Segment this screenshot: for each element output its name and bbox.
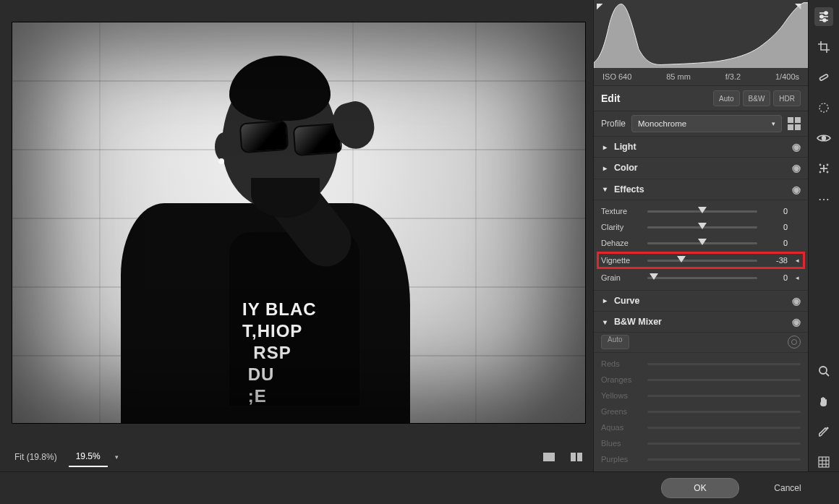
canvas-wrap: IY BLAC T,HIOP RSP DU ;E: [9, 9, 589, 437]
redeye-tool-icon[interactable]: [814, 129, 833, 148]
slider-clarity[interactable]: Clarity 0: [601, 219, 801, 235]
exif-row: ISO 640 85 mm f/3.2 1/400s: [594, 68, 808, 85]
eye-icon[interactable]: ◉: [792, 141, 801, 153]
chevron-right-icon: ▸: [601, 143, 608, 151]
tool-strip: ⋯: [808, 0, 839, 471]
photo-subject: IY BLAC T,HIOP RSP DU ;E: [99, 51, 403, 423]
svg-line-19: [826, 373, 829, 376]
viewer-column: IY BLAC T,HIOP RSP DU ;E Fit (19.8%) 19.…: [0, 0, 593, 471]
slider-thumb: [698, 207, 707, 213]
slider-greens[interactable]: Greens: [601, 403, 801, 419]
more-tools-icon[interactable]: ⋯: [814, 189, 833, 208]
ok-button[interactable]: OK: [661, 478, 739, 498]
effects-sliders: Texture 0 Clarity 0 Dehaze 0: [594, 200, 808, 291]
section-bwmixer[interactable]: ▾ B&W Mixer ◉: [594, 312, 808, 333]
eye-icon[interactable]: ◉: [792, 184, 801, 195]
svg-point-10: [819, 103, 828, 112]
heal-tool-icon[interactable]: [814, 68, 833, 87]
section-effects-label: Effects: [614, 184, 786, 195]
section-light[interactable]: ▸ Light ◉: [594, 137, 808, 158]
image-canvas[interactable]: IY BLAC T,HIOP RSP DU ;E: [12, 22, 586, 424]
svg-rect-9: [819, 74, 828, 80]
profile-select[interactable]: Monochrome ▾: [631, 115, 782, 132]
section-curve[interactable]: ▸ Curve ◉: [594, 291, 808, 312]
footer: OK Cancel: [0, 471, 839, 504]
target-adjust-icon[interactable]: [788, 336, 801, 349]
section-effects[interactable]: ▾ Effects ◉: [594, 179, 808, 200]
slider-vignette[interactable]: Vignette -38 ◂: [595, 252, 806, 268]
slider-purples[interactable]: Purples: [601, 451, 801, 467]
add-tool-icon[interactable]: [814, 159, 833, 178]
exif-focal: 85 mm: [666, 72, 691, 81]
svg-point-6: [820, 15, 823, 18]
profile-browser-icon[interactable]: [788, 117, 801, 130]
svg-rect-1: [571, 453, 576, 461]
slider-dehaze[interactable]: Dehaze 0: [601, 235, 801, 251]
slider-yellows[interactable]: Yellows: [601, 388, 801, 403]
section-bwmixer-label: B&W Mixer: [614, 317, 786, 327]
svg-point-14: [820, 165, 821, 166]
sliders-tool-icon[interactable]: [814, 7, 833, 26]
svg-point-15: [827, 165, 828, 166]
zoom-level[interactable]: 19.5%: [69, 447, 108, 467]
exif-aperture: f/3.2: [725, 72, 741, 81]
expand-icon[interactable]: ◂: [793, 274, 801, 281]
slider-texture[interactable]: Texture 0: [601, 203, 801, 219]
bwmixer-auto-button[interactable]: Auto: [601, 335, 629, 349]
zoom-fit[interactable]: Fit (19.8%): [7, 448, 64, 466]
app-root: IY BLAC T,HIOP RSP DU ;E Fit (19.8%) 19.…: [0, 0, 839, 504]
compare-single-icon[interactable]: [540, 449, 558, 465]
slider-oranges[interactable]: Oranges: [601, 372, 801, 388]
histogram[interactable]: ◤ ◥: [594, 0, 808, 68]
svg-point-18: [819, 367, 827, 374]
svg-point-16: [820, 172, 821, 173]
section-light-label: Light: [614, 142, 786, 152]
brush-tool-icon[interactable]: [814, 422, 833, 441]
svg-point-17: [827, 172, 828, 173]
cancel-button[interactable]: Cancel: [749, 479, 826, 497]
profile-value: Monochrome: [638, 119, 686, 128]
exif-iso: ISO 640: [602, 72, 631, 81]
profile-label: Profile: [601, 119, 626, 129]
svg-point-20: [827, 427, 828, 429]
chevron-right-icon: ▸: [601, 164, 608, 172]
grid-tool-icon[interactable]: [814, 453, 833, 471]
svg-rect-2: [577, 453, 582, 461]
edit-panel: ◤ ◥ ISO 640 85 mm f/3.2 1/400s Edit Auto…: [593, 0, 808, 471]
slider-grain[interactable]: Grain 0 ◂: [601, 270, 801, 286]
chevron-down-icon: ▾: [772, 120, 775, 127]
bwmixer-sliders: Reds Oranges Yellows Greens Aquas: [594, 353, 808, 471]
compare-split-icon[interactable]: [567, 449, 586, 465]
eye-icon[interactable]: ◉: [792, 316, 801, 328]
svg-point-4: [825, 12, 827, 14]
section-color[interactable]: ▸ Color ◉: [594, 158, 808, 179]
svg-point-11: [822, 137, 826, 140]
bw-button[interactable]: B&W: [743, 90, 771, 106]
chevron-right-icon: ▸: [601, 296, 608, 304]
bwmixer-auto-row: Auto: [594, 333, 808, 352]
tshirt-text: IY BLAC T,HIOP RSP DU ;E: [242, 299, 317, 407]
zoom-tool-icon[interactable]: [814, 362, 833, 380]
mask-tool-icon[interactable]: [814, 98, 833, 117]
hand-tool-icon[interactable]: [814, 392, 833, 411]
slider-blues[interactable]: Blues: [601, 435, 801, 451]
auto-button[interactable]: Auto: [713, 90, 740, 106]
crop-tool-icon[interactable]: [814, 38, 833, 56]
slider-reds[interactable]: Reds: [601, 356, 801, 372]
viewer-status-bar: Fit (19.8%) 19.5% ▾: [0, 443, 593, 471]
chevron-down-icon: ▾: [601, 318, 608, 326]
eye-icon[interactable]: ◉: [792, 162, 801, 174]
svg-rect-21: [819, 457, 829, 467]
chevron-down-icon: ▾: [601, 185, 608, 193]
zoom-dropdown[interactable]: ▾: [112, 452, 122, 462]
svg-rect-0: [543, 453, 555, 461]
main-row: IY BLAC T,HIOP RSP DU ;E Fit (19.8%) 19.…: [0, 0, 839, 471]
profile-row: Profile Monochrome ▾: [594, 111, 808, 137]
edit-header: Edit Auto B&W HDR: [594, 85, 808, 111]
expand-icon[interactable]: ◂: [793, 257, 801, 264]
slider-aquas[interactable]: Aquas: [601, 419, 801, 435]
eye-icon[interactable]: ◉: [792, 295, 801, 307]
hdr-button[interactable]: HDR: [773, 90, 801, 106]
exif-shutter: 1/400s: [775, 72, 799, 81]
section-color-label: Color: [614, 163, 786, 173]
